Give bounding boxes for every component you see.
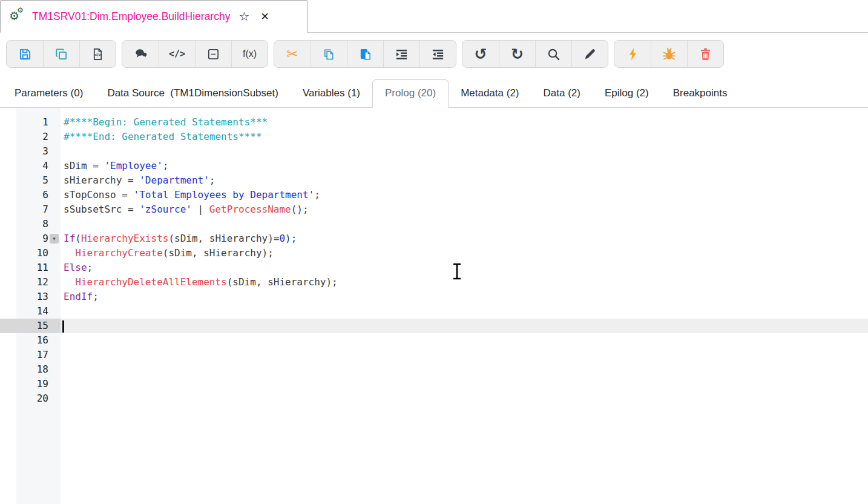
- code-line[interactable]: 11Else;: [0, 260, 868, 275]
- token-func: GetProcessName: [209, 204, 291, 215]
- code-line[interactable]: 12 HierarchyDeleteAllElements(sDim, sHie…: [0, 275, 868, 290]
- line-number[interactable]: 1: [16, 115, 61, 130]
- gutter-margin: [0, 217, 16, 231]
- line-number[interactable]: 14: [16, 304, 61, 319]
- code-line[interactable]: 10 HierarchyCreate(sDim, sHierarchy);: [0, 246, 868, 260]
- cut-button[interactable]: ✂: [274, 41, 311, 67]
- floppy-icon: [18, 47, 32, 61]
- token-plain: ;: [209, 174, 215, 186]
- edit-button[interactable]: [571, 41, 608, 67]
- save-button[interactable]: [7, 41, 43, 67]
- tab-metadata-2[interactable]: Metadata (2): [449, 80, 531, 107]
- pencil-icon: [583, 47, 597, 61]
- collapse-region-button[interactable]: [195, 41, 231, 67]
- token-keyword: If: [64, 233, 75, 244]
- code-snippet-button[interactable]: </>: [159, 41, 195, 67]
- line-number[interactable]: 11: [16, 260, 61, 275]
- token-plain: ;: [314, 189, 320, 201]
- code-line[interactable]: 19: [0, 377, 868, 391]
- code-line[interactable]: 5sHierarchy = 'Department';: [0, 173, 868, 188]
- fx-icon: f(x): [243, 48, 257, 59]
- code-line[interactable]: 1#****Begin: Generated Statements***: [0, 115, 868, 130]
- code-icon: </>: [169, 48, 185, 59]
- code-text: [61, 333, 868, 348]
- tab-variables-1[interactable]: Variables (1): [291, 80, 372, 107]
- line-number[interactable]: 4: [16, 159, 61, 173]
- code-line[interactable]: 14: [0, 304, 868, 319]
- copy-tab-button[interactable]: [43, 41, 79, 67]
- functions-button[interactable]: f(x): [231, 41, 268, 67]
- search-icon: [547, 47, 561, 61]
- undo-button[interactable]: ↺: [462, 41, 499, 67]
- tab-prolog-20[interactable]: Prolog (20): [372, 79, 449, 108]
- line-number[interactable]: 18: [16, 362, 61, 377]
- copy-selection-button[interactable]: [311, 41, 347, 67]
- line-number[interactable]: 6: [16, 188, 61, 202]
- close-icon[interactable]: ✕: [260, 10, 269, 22]
- line-number[interactable]: 20: [16, 391, 61, 406]
- code-line[interactable]: 16: [0, 333, 868, 348]
- view-source-button[interactable]: </>: [79, 41, 116, 67]
- line-number[interactable]: 7: [16, 202, 61, 217]
- code-line[interactable]: 8: [0, 217, 868, 231]
- token-plain: (sDim, sHierarchy);: [163, 247, 274, 259]
- code-text: #****Begin: Generated Statements***: [61, 115, 868, 130]
- line-number[interactable]: 12: [16, 275, 61, 290]
- token-number: 0: [279, 233, 285, 244]
- line-number[interactable]: 13: [16, 290, 61, 304]
- outdent-button[interactable]: [419, 41, 456, 67]
- tab-breakpoints[interactable]: Breakpoints: [661, 80, 740, 107]
- code-line[interactable]: 6sTopConso = 'Total Employees by Departm…: [0, 188, 868, 202]
- copy-icon: [54, 47, 68, 61]
- line-number[interactable]: 17: [16, 348, 61, 362]
- line-number[interactable]: 3: [16, 144, 61, 159]
- delete-button[interactable]: [687, 41, 723, 67]
- code-line[interactable]: 18: [0, 362, 868, 377]
- favorite-star-icon[interactable]: ☆: [238, 9, 249, 24]
- code-text: HierarchyCreate(sDim, sHierarchy);: [61, 246, 868, 260]
- line-number[interactable]: 8: [16, 217, 61, 231]
- line-number[interactable]: 5: [16, 173, 61, 188]
- code-area[interactable]: [61, 406, 868, 504]
- run-button[interactable]: [614, 41, 651, 67]
- code-area[interactable]: [61, 108, 868, 115]
- toolbar: </></>f(x)✂↺↻: [0, 33, 868, 78]
- svg-text:</>: </>: [94, 52, 100, 57]
- line-number[interactable]: 16: [16, 333, 61, 348]
- line-number[interactable]: 9▾: [16, 231, 61, 246]
- indent-button[interactable]: [383, 41, 419, 67]
- code-text: [61, 217, 868, 231]
- line-number[interactable]: 2: [16, 130, 61, 144]
- tab-epilog-2[interactable]: Epilog (2): [593, 80, 661, 107]
- line-number[interactable]: 10: [16, 246, 61, 260]
- fold-toggle-icon[interactable]: ▾: [50, 234, 59, 244]
- gutter-margin: [0, 159, 16, 173]
- line-number[interactable]: 19: [16, 377, 61, 391]
- code-line[interactable]: 2#****End: Generated Statements****: [0, 130, 868, 144]
- code-line[interactable]: 9▾If(HierarchyExists(sDim, sHierarchy)=0…: [0, 231, 868, 246]
- code-file-icon: </>: [91, 47, 105, 61]
- code-editor[interactable]: 1#****Begin: Generated Statements***2#**…: [0, 108, 868, 504]
- comment-button[interactable]: [122, 41, 159, 67]
- tab-parameters-0[interactable]: Parameters (0): [2, 80, 95, 107]
- code-line[interactable]: 17: [0, 348, 868, 362]
- window-tab-process[interactable]: ⚙⚙ TM1SRV01:Dim.Employee.BuildHierarchy …: [0, 0, 307, 33]
- search-button[interactable]: [535, 41, 571, 67]
- code-line[interactable]: 4sDim = 'Employee';: [0, 159, 868, 173]
- line-number[interactable]: 15: [16, 319, 61, 333]
- code-line[interactable]: 3: [0, 144, 868, 159]
- code-line[interactable]: 20: [0, 391, 868, 406]
- tab-data-source-tm1dimensionsubset[interactable]: Data Source (TM1DimensionSubset): [95, 80, 291, 107]
- redo-button[interactable]: ↻: [499, 41, 535, 67]
- code-line[interactable]: 13EndIf;: [0, 290, 868, 304]
- tab-data-2[interactable]: Data (2): [531, 80, 593, 107]
- bug-icon: [662, 47, 676, 61]
- gutter: [16, 406, 61, 504]
- code-line[interactable]: 15: [0, 319, 868, 333]
- gutter-margin: [0, 115, 16, 130]
- token-func: HierarchyExists: [81, 233, 169, 244]
- gutter-margin: [0, 362, 16, 377]
- debug-button[interactable]: [651, 41, 687, 67]
- code-line[interactable]: 7sSubsetSrc = 'zSource' | GetProcessName…: [0, 202, 868, 217]
- paste-button[interactable]: [347, 41, 383, 67]
